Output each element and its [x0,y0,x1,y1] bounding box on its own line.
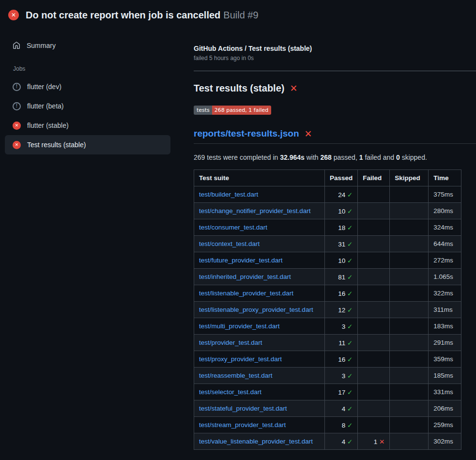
passed-count-cell: 24 ✓ [325,186,358,203]
test-suite-cell: test/builder_test.dart [194,186,325,203]
test-suite-link[interactable]: test/listenable_provider_test.dart [199,290,293,297]
failed-status-icon: ✕ [13,122,21,130]
failed-count-cell [358,318,390,335]
check-icon: ✓ [347,191,353,199]
neutral-status-icon: ! [13,83,21,91]
test-suite-cell: test/provider_test.dart [194,335,325,351]
sidebar-summary-label: Summary [27,42,56,49]
test-suite-link[interactable]: test/multi_provider_test.dart [199,322,280,330]
summary-text: 269 tests were completed in [194,153,280,161]
report-heading-row: reports/test-results.json ✕ [194,128,476,144]
sidebar-job-item[interactable]: !flutter (dev) [5,77,170,96]
test-suite-link[interactable]: test/consumer_test.dart [199,224,267,231]
check-icon: ✓ [347,389,353,396]
test-suite-link[interactable]: test/selector_test.dart [199,388,261,396]
page-title: Do not create report when job is cancell… [26,10,220,20]
test-suite-link[interactable]: test/provider_test.dart [199,339,262,346]
failed-status-icon: ✕ [8,10,19,20]
test-time-cell: 324ms [429,219,461,236]
report-link[interactable]: reports/test-results.json [194,128,299,139]
test-suite-link[interactable]: test/listenable_proxy_provider_test.dart [199,306,313,313]
test-suite-cell: test/proxy_provider_test.dart [194,351,325,368]
test-time-cell: 1.065s [429,269,461,285]
failed-count-cell [358,285,390,302]
summary-text: passed, [332,153,359,161]
sidebar-job-item[interactable]: !flutter (beta) [5,96,170,116]
test-suite-cell: test/selector_test.dart [194,384,325,400]
column-header: Time [429,170,461,186]
test-time-cell: 259ms [429,417,461,433]
check-icon: ✓ [347,224,353,231]
test-row: test/multi_provider_test.dart3 ✓183ms [194,318,461,335]
check-icon: ✓ [347,356,353,363]
test-time-cell: 644ms [429,236,461,252]
column-header: Skipped [390,170,429,186]
section-title: Test results (stable) [194,83,284,94]
sidebar-job-item[interactable]: ✕Test results (stable) [5,135,170,154]
passed-count-cell: 10 ✓ [325,252,358,269]
test-suite-link[interactable]: test/inherited_provider_test.dart [199,273,291,280]
tests-badge: tests 268 passed, 1 failed [194,106,271,115]
test-time-cell: 311ms [429,302,461,318]
test-suite-link[interactable]: test/builder_test.dart [199,191,258,198]
skipped-count-cell [390,203,429,219]
check-icon: ✓ [347,372,353,380]
test-suite-link[interactable]: test/stream_provider_test.dart [199,421,286,429]
badge-label: tests [194,106,212,115]
test-row: test/proxy_provider_test.dart16 ✓359ms [194,351,461,368]
jobs-section-label: Jobs [13,65,194,72]
skipped-count-cell [390,384,429,400]
layout: Summary Jobs !flutter (dev)!flutter (bet… [0,28,476,450]
test-time-cell: 331ms [429,384,461,400]
column-header: Failed [358,170,390,186]
sidebar-item-summary[interactable]: Summary [5,36,170,55]
failed-count-cell [358,351,390,368]
failed-x-icon: ✕ [305,129,312,138]
run-header: GitHub Actions / Test results (stable) f… [194,45,476,71]
check-icon: ✓ [347,323,353,330]
test-suite-link[interactable]: test/future_provider_test.dart [199,257,283,264]
test-suite-link[interactable]: test/proxy_provider_test.dart [199,355,282,363]
check-icon: ✓ [347,339,353,347]
passed-count-cell: 3 ✓ [325,368,358,384]
passed-count-cell: 8 ✓ [325,417,358,433]
test-suite-cell: test/consumer_test.dart [194,219,325,236]
neutral-status-icon: ! [13,102,21,110]
test-suite-link[interactable]: test/value_listenable_provider_test.dart [199,438,313,445]
check-icon: ✓ [347,405,353,413]
test-suite-link[interactable]: test/context_test.dart [199,240,260,247]
passed-count-cell: 16 ✓ [325,285,358,302]
test-suite-link[interactable]: test/stateful_provider_test.dart [199,405,287,412]
skipped-count-cell [390,252,429,269]
test-time-cell: 322ms [429,285,461,302]
test-time-cell: 185ms [429,368,461,384]
cross-icon: ✕ [379,438,384,445]
check-icon: ✓ [347,257,353,264]
test-time-cell: 302ms [429,433,461,450]
failed-count-cell [358,384,390,400]
test-suite-cell: test/change_notifier_provider_test.dart [194,203,325,219]
test-suite-cell: test/stream_provider_test.dart [194,417,325,433]
test-row: test/provider_test.dart11 ✓291ms [194,335,461,351]
test-row: test/inherited_provider_test.dart81 ✓1.0… [194,269,461,285]
column-header: Test suite [194,170,325,186]
run-status-text: failed 5 hours ago in 0s [194,55,476,61]
column-header: Passed [325,170,358,186]
test-row: test/reassemble_test.dart3 ✓185ms [194,368,461,384]
failed-count-cell [358,203,390,219]
skipped-count-cell [390,219,429,236]
passed-count-cell: 3 ✓ [325,318,358,335]
check-icon: ✓ [347,274,353,281]
passed-count-cell: 16 ✓ [325,351,358,368]
test-suite-cell: test/listenable_provider_test.dart [194,285,325,302]
test-time-cell: 375ms [429,186,461,203]
passed-count-cell: 18 ✓ [325,219,358,236]
sidebar-job-item[interactable]: ✕flutter (stable) [5,116,170,135]
test-suite-link[interactable]: test/reassemble_test.dart [199,372,273,379]
check-icon: ✓ [347,241,353,248]
failed-count-cell [358,252,390,269]
check-icon: ✓ [347,290,353,297]
check-icon: ✓ [347,438,353,445]
skipped-count-cell [390,302,429,318]
test-suite-link[interactable]: test/change_notifier_provider_test.dart [199,207,310,215]
